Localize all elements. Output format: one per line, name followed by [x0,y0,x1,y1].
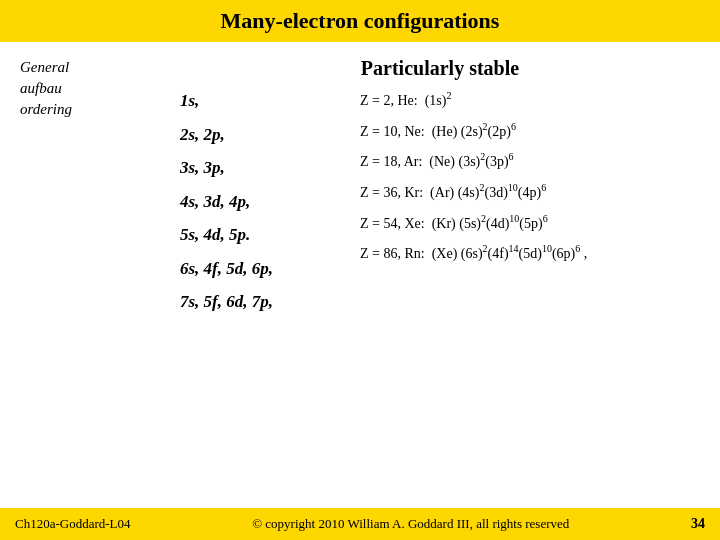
aufbau-row-1: 1s, [180,88,360,114]
aufbau-row-4: 4s, 3d, 4p, [180,189,360,215]
particularly-stable-heading: Particularly stable [180,57,700,80]
aufbau-list: 1s, 2s, 2p, 3s, 3p, 4s, 3d, 4p, 5s, 4d, … [180,88,360,323]
stable-row-3: Z = 18, Ar: (Ne) (3s)2(3p)6 [360,149,700,172]
stable-list: Z = 2, He: (1s)2 Z = 10, Ne: (He) (2s)2(… [360,88,700,323]
page-number: 34 [691,516,705,532]
stable-row-1: Z = 2, He: (1s)2 [360,88,700,111]
general-aufbau-label: General aufbau ordering [20,57,180,120]
footer: Ch120a-Goddard-L04 © copyright 2010 Will… [0,508,720,540]
page-title: Many-electron configurations [221,8,500,33]
aufbau-row-3: 3s, 3p, [180,155,360,181]
stable-row-4: Z = 36, Kr: (Ar) (4s)2(3d)10(4p)6 [360,180,700,203]
aufbau-row-7: 7s, 5f, 6d, 7p, [180,289,360,315]
aufbau-row-2: 2s, 2p, [180,122,360,148]
stable-row-2: Z = 10, Ne: (He) (2s)2(2p)6 [360,119,700,142]
stable-row-5: Z = 54, Xe: (Kr) (5s)2(4d)10(5p)6 [360,211,700,234]
footer-left: Ch120a-Goddard-L04 [15,516,131,532]
stable-row-6: Z = 86, Rn: (Xe) (6s)2(4f)14(5d)10(6p)6 … [360,241,700,264]
aufbau-row-5: 5s, 4d, 5p. [180,222,360,248]
aufbau-row-6: 6s, 4f, 5d, 6p, [180,256,360,282]
footer-center: © copyright 2010 William A. Goddard III,… [252,516,569,532]
title-bar: Many-electron configurations [0,0,720,42]
